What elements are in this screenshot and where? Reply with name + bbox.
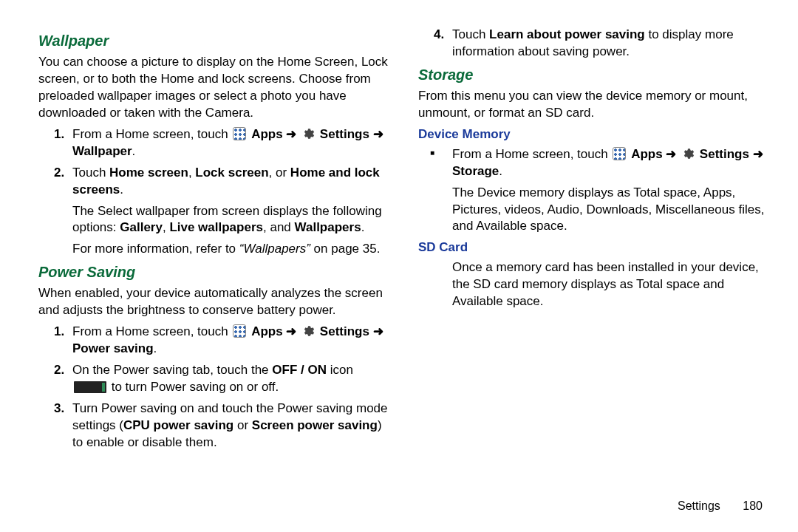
apps-label: Apps — [251, 127, 283, 141]
opt-wallpapers: Wallpapers — [295, 220, 361, 234]
heading-wallpaper: Wallpaper — [38, 31, 389, 51]
wallpaper-crossref: For more information, refer to “Wallpape… — [72, 241, 389, 258]
wallpaper-intro: You can choose a picture to display on t… — [38, 54, 389, 122]
text: From a Home screen, touch — [452, 147, 611, 161]
text: , — [188, 166, 195, 180]
arrow-icon: ➜ — [666, 147, 676, 161]
subheading-device-memory: Device Memory — [418, 126, 768, 143]
heading-power-saving: Power Saving — [38, 262, 389, 282]
arrow-icon: ➜ — [373, 127, 383, 141]
apps-icon — [613, 147, 626, 160]
off-on-label: OFF / ON — [272, 363, 327, 377]
heading-storage: Storage — [418, 65, 768, 85]
screen-power-saving: Screen power saving — [252, 418, 378, 432]
power-path-tail: Power saving — [72, 341, 154, 355]
text: For more information, refer to — [72, 242, 239, 256]
text: , or — [269, 166, 290, 180]
period: . — [132, 144, 136, 158]
opt-lock-screen: Lock screen — [195, 166, 268, 180]
arrow-icon: ➜ — [286, 127, 296, 141]
text: From a Home screen, touch — [72, 324, 231, 338]
two-column-layout: Wallpaper You can choose a picture to di… — [38, 27, 768, 485]
device-memory-item: From a Home screen, touch Apps ➜ Setting… — [448, 146, 768, 236]
settings-label: Settings — [700, 147, 749, 161]
wallpaper-steps: From a Home screen, touch Apps ➜ Setting… — [38, 126, 389, 237]
wallpaper-step-2-detail: The Select wallpaper from screen display… — [72, 203, 389, 237]
sd-card-detail: Once a memory card has been installed in… — [452, 259, 768, 310]
text: On the Power saving tab, touch the — [72, 363, 272, 377]
settings-icon — [681, 147, 695, 160]
arrow-icon: ➜ — [753, 147, 763, 161]
opt-home-screen: Home screen — [109, 166, 188, 180]
footer-page-number: 180 — [743, 499, 763, 512]
settings-label: Settings — [320, 324, 369, 338]
crossref-title: “Wallpapers” — [239, 242, 310, 256]
apps-icon — [233, 324, 246, 338]
opt-live-wallpapers: Live wallpapers — [169, 220, 263, 234]
subheading-sd-card: SD Card — [418, 239, 768, 256]
period: . — [499, 164, 502, 178]
power-step-3: Turn Power saving on and touch the Power… — [68, 400, 389, 451]
page-footer: Settings 180 — [678, 498, 763, 514]
text: icon — [327, 363, 353, 377]
text: Touch — [452, 27, 489, 41]
power-intro: When enabled, your device automatically … — [38, 285, 389, 319]
power-step-2: On the Power saving tab, touch the OFF /… — [68, 362, 389, 396]
learn-about-power-saving: Learn about power saving — [489, 27, 645, 41]
text: , — [163, 220, 169, 234]
arrow-icon: ➜ — [286, 324, 296, 338]
text: , and — [263, 220, 295, 234]
arrow-icon: ➜ — [373, 324, 383, 338]
settings-icon — [301, 127, 315, 140]
device-memory-detail: The Device memory displays as Total spac… — [452, 185, 768, 236]
period: . — [154, 341, 157, 355]
settings-icon — [301, 324, 315, 338]
text: . — [120, 183, 123, 197]
wallpaper-step-2: Touch Home screen, Lock screen, or Home … — [68, 165, 389, 237]
storage-path-tail: Storage — [452, 164, 499, 178]
text: . — [361, 220, 365, 234]
apps-icon — [233, 127, 246, 140]
text: From a Home screen, touch — [72, 127, 231, 141]
storage-intro: From this menu you can view the device m… — [418, 88, 768, 122]
footer-section: Settings — [678, 499, 720, 512]
toggle-icon — [74, 381, 106, 393]
text: on page 35. — [310, 242, 381, 256]
power-step-1: From a Home screen, touch Apps ➜ Setting… — [68, 324, 389, 358]
text: or — [233, 418, 252, 432]
opt-gallery: Gallery — [120, 220, 163, 234]
apps-label: Apps — [251, 324, 283, 338]
device-memory-list: From a Home screen, touch Apps ➜ Setting… — [418, 146, 768, 236]
cpu-power-saving: CPU power saving — [123, 418, 233, 432]
settings-label: Settings — [320, 127, 369, 141]
wallpaper-step-1: From a Home screen, touch Apps ➜ Setting… — [68, 126, 389, 160]
wallpaper-path-tail: Wallpaper — [72, 144, 132, 158]
text: to turn Power saving on or off. — [108, 380, 279, 394]
text: Touch — [72, 166, 109, 180]
apps-label: Apps — [631, 147, 663, 161]
power-step-4: Touch Learn about power saving to displa… — [448, 27, 768, 61]
manual-page: Wallpaper You can choose a picture to di… — [0, 0, 798, 532]
